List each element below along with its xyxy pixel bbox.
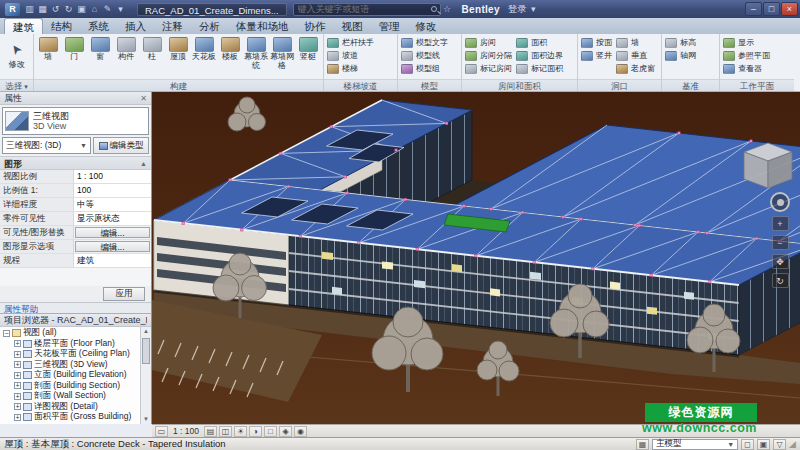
vertical-opening-button[interactable]: 垂直	[614, 49, 649, 62]
filter-icon[interactable]: ▽	[773, 439, 786, 450]
mullion-button[interactable]: 竖梃	[295, 36, 321, 62]
room-button[interactable]: 房间	[463, 36, 498, 49]
close-icon[interactable]: ✕	[140, 92, 147, 104]
tab-modify[interactable]: 修改	[408, 18, 445, 34]
area-button[interactable]: 面积	[514, 36, 549, 49]
view-scale-button[interactable]: 1 : 100	[170, 426, 202, 436]
scroll-down-icon[interactable]: ▼	[141, 415, 151, 424]
dormer-opening-button[interactable]: 老虎窗	[614, 62, 657, 75]
expand-box-icon[interactable]: +	[14, 393, 21, 400]
tag-room-button[interactable]: 标记房间	[463, 62, 514, 75]
zoom-in-icon[interactable]: +	[772, 216, 789, 231]
drawing-area[interactable]: + − ✥ ↻ 绿色资源网	[152, 92, 800, 424]
stair-button[interactable]: 楼梯	[325, 62, 360, 75]
expand-box-icon[interactable]: +	[14, 372, 21, 379]
tab-systems[interactable]: 系统	[80, 18, 117, 34]
shaft-opening-button[interactable]: 竖井	[579, 49, 614, 62]
curtain-grid-button[interactable]: 幕墙网格	[269, 36, 295, 70]
browser-scrollbar[interactable]: ▲ ▼	[140, 327, 151, 424]
shadows-icon[interactable]: ◑	[249, 426, 262, 437]
view-scale-value[interactable]: 1 : 100	[74, 170, 151, 183]
scroll-up-icon[interactable]: ▲	[141, 327, 151, 336]
wall-opening-button[interactable]: 墙	[614, 36, 641, 49]
redo-icon[interactable]: ↻	[62, 3, 75, 16]
viewcube[interactable]	[744, 143, 792, 188]
ceiling-button[interactable]: 天花板	[191, 36, 217, 62]
minimize-button[interactable]: –	[745, 2, 762, 16]
ref-plane-button[interactable]: 参照平面	[721, 49, 772, 62]
model-text-button[interactable]: 模型文字	[399, 36, 450, 49]
press-drag-icon[interactable]: ▣	[757, 439, 770, 450]
viewer-button[interactable]: 查看器	[721, 62, 764, 75]
orbit-icon[interactable]: ↻	[772, 273, 789, 288]
expand-box-icon[interactable]: +	[14, 382, 21, 389]
open-icon[interactable]: ▥	[23, 3, 36, 16]
door-button[interactable]: 门	[61, 36, 87, 62]
instance-selector[interactable]: 三维视图: (3D) ▼	[2, 137, 91, 154]
apply-button[interactable]: 应用	[103, 287, 145, 301]
expand-box-icon[interactable]: +	[14, 351, 21, 358]
expand-box-icon[interactable]: +	[14, 361, 21, 368]
scale-icon[interactable]: ▭	[155, 426, 168, 437]
home-icon[interactable]: ⌂	[88, 3, 101, 16]
reveal-hidden-icon[interactable]: ◉	[294, 426, 307, 437]
modify-icon[interactable]: ✎	[101, 3, 114, 16]
room-separator-button[interactable]: 房间分隔	[463, 49, 514, 62]
visual-style-icon[interactable]: ◫	[219, 426, 232, 437]
tree-item-area-plan[interactable]: +面积平面 (Gross Building)	[0, 412, 140, 423]
design-option-select[interactable]: 主模型 ▼	[652, 439, 738, 450]
panel-label-select[interactable]: 选择	[0, 79, 33, 91]
level-button[interactable]: 标高	[663, 36, 698, 49]
grid-button[interactable]: 轴网	[663, 49, 698, 62]
visibility-edit-button[interactable]: 编辑...	[75, 227, 150, 238]
zoom-out-icon[interactable]: −	[772, 235, 789, 250]
worksets-icon[interactable]: ▦	[636, 439, 649, 450]
app-logo[interactable]: R	[5, 3, 20, 16]
parts-visibility-value[interactable]: 显示原状态	[74, 212, 151, 225]
by-face-opening-button[interactable]: 按面	[579, 36, 614, 49]
expand-box-icon[interactable]: +	[14, 403, 21, 410]
crop-region-icon[interactable]: ◈	[279, 426, 292, 437]
print-icon[interactable]: ▣	[75, 3, 88, 16]
detail-level-icon[interactable]: ▤	[204, 426, 217, 437]
curtain-system-button[interactable]: 幕墙系统	[243, 36, 269, 70]
tab-analyze[interactable]: 分析	[191, 18, 228, 34]
show-workplane-button[interactable]: 显示	[721, 36, 756, 49]
tab-collaborate[interactable]: 协作	[297, 18, 334, 34]
model-group-button[interactable]: 模型组	[399, 62, 442, 75]
save-icon[interactable]: ▦	[36, 3, 49, 16]
expand-box-icon[interactable]: +	[14, 340, 21, 347]
model-line-button[interactable]: 模型线	[399, 49, 442, 62]
tab-massing-site[interactable]: 体量和场地	[228, 18, 297, 34]
steering-wheel-icon[interactable]	[770, 192, 790, 212]
ramp-button[interactable]: 坡道	[325, 49, 360, 62]
floor-button[interactable]: 楼板	[217, 36, 243, 62]
area-boundary-button[interactable]: 面积边界	[514, 49, 565, 62]
scrollbar-thumb[interactable]	[142, 338, 150, 364]
modify-button[interactable]: ➤ 修改	[2, 36, 32, 70]
tab-annotate[interactable]: 注释	[154, 18, 191, 34]
tab-structure[interactable]: 结构	[43, 18, 80, 34]
help-search[interactable]	[293, 3, 441, 16]
section-graphics[interactable]: 图形 ▲	[0, 156, 151, 170]
signin-button[interactable]: 登录	[508, 3, 527, 16]
column-button[interactable]: 柱	[139, 36, 165, 62]
tab-manage[interactable]: 管理	[371, 18, 408, 34]
signin-caret-icon[interactable]: ▾	[527, 3, 540, 16]
undo-icon[interactable]: ↺	[49, 3, 62, 16]
edit-type-button[interactable]: 编辑类型	[93, 137, 149, 154]
sun-path-icon[interactable]: ☀	[234, 426, 247, 437]
maximize-button[interactable]: □	[763, 2, 780, 16]
tab-architecture[interactable]: 建筑	[4, 18, 43, 34]
type-selector[interactable]: 三维视图 3D View	[2, 107, 149, 135]
graphic-display-edit-button[interactable]: 编辑...	[75, 241, 150, 252]
pan-icon[interactable]: ✥	[772, 254, 789, 269]
tab-view[interactable]: 视图	[334, 18, 371, 34]
scale-value[interactable]: 100	[74, 184, 151, 197]
star-icon[interactable]: ☆	[441, 3, 454, 16]
detail-level-value[interactable]: 中等	[74, 198, 151, 211]
tag-area-button[interactable]: 标记面积	[514, 62, 565, 75]
collapse-box-icon[interactable]: −	[3, 330, 10, 337]
quick-access-caret-icon[interactable]: ▾	[114, 3, 127, 16]
discipline-value[interactable]: 建筑	[74, 254, 151, 267]
